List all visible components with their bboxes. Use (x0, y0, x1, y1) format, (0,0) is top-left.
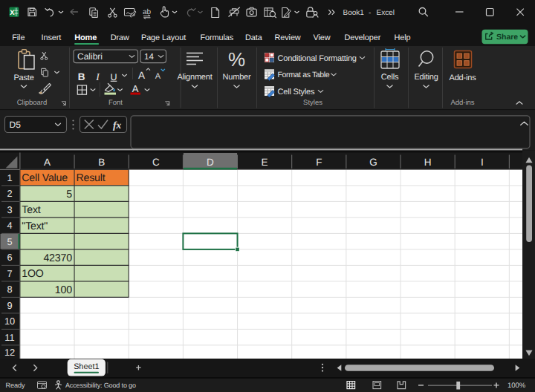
svg-text:Share: Share (496, 33, 518, 42)
svg-text:F: F (316, 157, 322, 168)
svg-text:7: 7 (7, 268, 12, 279)
svg-text:Result: Result (76, 172, 105, 184)
svg-text:1: 1 (7, 172, 12, 183)
svg-text:A: A (138, 70, 145, 81)
svg-text:10: 10 (4, 316, 15, 327)
svg-text:Styles: Styles (303, 99, 322, 107)
svg-text:Insert: Insert (42, 33, 62, 42)
svg-text:5: 5 (66, 189, 72, 200)
svg-text:I: I (481, 157, 484, 168)
svg-text:X: X (10, 8, 15, 16)
svg-text:Sheet1: Sheet1 (74, 362, 99, 371)
svg-text:Format as Table: Format as Table (278, 71, 330, 79)
svg-text:C: C (152, 157, 160, 168)
svg-text:Cell Styles: Cell Styles (278, 88, 315, 97)
svg-text:E: E (262, 157, 268, 168)
svg-text:-: - (369, 9, 371, 17)
svg-text:Book1: Book1 (343, 9, 365, 17)
svg-text:14: 14 (144, 53, 154, 62)
svg-text:Number: Number (223, 73, 251, 82)
svg-text:12: 12 (4, 347, 15, 358)
svg-text:Alignment: Alignment (177, 73, 212, 82)
svg-text:100: 100 (55, 284, 72, 296)
svg-text:Data: Data (245, 33, 263, 42)
svg-text:8: 8 (7, 284, 12, 295)
svg-text:Review: Review (275, 33, 301, 42)
svg-text:G: G (369, 157, 377, 168)
svg-text:"Text": "Text" (22, 220, 48, 232)
svg-text:Accessibility: Good to go: Accessibility: Good to go (65, 382, 136, 389)
svg-text:Home: Home (74, 33, 97, 42)
svg-text:Cell Value: Cell Value (22, 172, 68, 184)
svg-text:6: 6 (7, 252, 12, 263)
svg-text:Add-ins: Add-ins (450, 99, 474, 107)
svg-text:Font: Font (108, 99, 123, 107)
svg-text:Cells: Cells (381, 73, 399, 82)
svg-text:42370: 42370 (43, 252, 72, 264)
svg-text:D5: D5 (10, 120, 22, 130)
svg-text:Clipboard: Clipboard (17, 99, 48, 107)
svg-text:Page Layout: Page Layout (141, 33, 186, 42)
svg-text:B: B (98, 157, 105, 168)
svg-text:A: A (155, 72, 161, 81)
svg-text:Formulas: Formulas (201, 33, 234, 42)
svg-text:4: 4 (7, 220, 12, 231)
svg-text:Draw: Draw (111, 33, 129, 42)
svg-text:Text: Text (22, 204, 40, 216)
svg-text:Developer: Developer (345, 33, 381, 42)
svg-text:fx: fx (113, 120, 121, 131)
svg-text:Calibri: Calibri (77, 51, 103, 62)
svg-text:Help: Help (395, 33, 411, 42)
svg-text:B: B (78, 71, 85, 82)
svg-text:5: 5 (7, 236, 12, 247)
svg-text:Ready: Ready (6, 382, 26, 389)
svg-text:Excel: Excel (377, 9, 395, 17)
svg-text:1OO: 1OO (22, 268, 44, 280)
svg-text:Paste: Paste (13, 74, 33, 82)
svg-text:Add-ins: Add-ins (450, 74, 477, 82)
svg-text:View: View (314, 33, 331, 42)
svg-text:A: A (44, 157, 51, 168)
svg-text:ab: ab (143, 8, 152, 16)
svg-text:File: File (12, 33, 25, 42)
svg-text:3: 3 (7, 204, 12, 215)
svg-text:2: 2 (7, 188, 12, 199)
svg-text:100%: 100% (508, 382, 526, 390)
svg-text:%: % (228, 48, 245, 71)
svg-text:Editing: Editing (414, 73, 438, 82)
svg-text:11: 11 (4, 332, 14, 343)
svg-text:U: U (110, 72, 117, 82)
svg-text:D: D (207, 157, 214, 168)
svg-text:Conditional Formatting: Conditional Formatting (278, 54, 357, 63)
svg-text:9: 9 (7, 300, 12, 311)
svg-text:H: H (424, 157, 432, 168)
